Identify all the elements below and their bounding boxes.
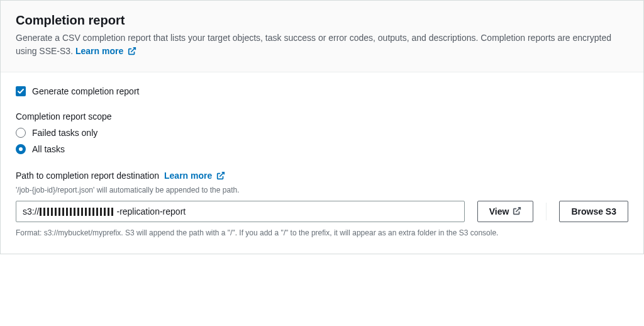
- view-button[interactable]: View: [477, 201, 534, 222]
- panel-header: Completion report Generate a CSV complet…: [1, 1, 643, 72]
- learn-more-text: Learn more: [75, 46, 123, 56]
- scope-option-failed[interactable]: Failed tasks only: [16, 128, 628, 138]
- path-input-row: s3://-replication-report View Browse S3: [16, 201, 628, 222]
- external-link-icon: [128, 46, 136, 59]
- browse-s3-button-label: Browse S3: [571, 206, 616, 216]
- path-header: Path to completion report destination Le…: [16, 171, 628, 182]
- generate-report-checkbox-row[interactable]: Generate completion report: [16, 86, 628, 96]
- radio-icon[interactable]: [16, 144, 26, 154]
- path-value-redacted: [40, 208, 115, 216]
- completion-report-panel: Completion report Generate a CSV complet…: [0, 0, 644, 254]
- path-learn-more-link[interactable]: Learn more: [164, 171, 225, 182]
- learn-more-link[interactable]: Learn more: [75, 46, 136, 56]
- checkmark-icon: [17, 87, 25, 95]
- scope-option-all[interactable]: All tasks: [16, 144, 628, 154]
- path-append-note: '/job-{job-id}/report.json' will automat…: [16, 184, 628, 196]
- scope-radio-group: Failed tasks only All tasks: [16, 128, 628, 154]
- path-learn-more-text: Learn more: [164, 171, 212, 181]
- radio-icon[interactable]: [16, 128, 26, 138]
- scope-label: Completion report scope: [16, 111, 628, 121]
- generate-report-label: Generate completion report: [32, 86, 139, 96]
- view-button-label: View: [489, 206, 509, 216]
- path-label: Path to completion report destination: [16, 171, 159, 181]
- path-format-note: Format: s3://mybucket/myprefix. S3 will …: [16, 227, 628, 239]
- radio-label-all: All tasks: [32, 144, 65, 154]
- external-link-icon: [216, 171, 225, 182]
- panel-body: Generate completion report Completion re…: [1, 72, 643, 254]
- generate-report-checkbox[interactable]: [16, 86, 26, 96]
- radio-label-failed: Failed tasks only: [32, 128, 97, 138]
- browse-s3-button[interactable]: Browse S3: [559, 201, 628, 222]
- path-input[interactable]: s3://-replication-report: [16, 201, 465, 222]
- external-link-icon: [513, 206, 521, 217]
- vertical-divider: [546, 203, 547, 220]
- panel-title: Completion report: [16, 13, 628, 28]
- panel-description: Generate a CSV completion report that li…: [16, 31, 628, 59]
- path-value-prefix: s3://: [23, 206, 39, 216]
- path-value-suffix: -replication-report: [116, 206, 186, 216]
